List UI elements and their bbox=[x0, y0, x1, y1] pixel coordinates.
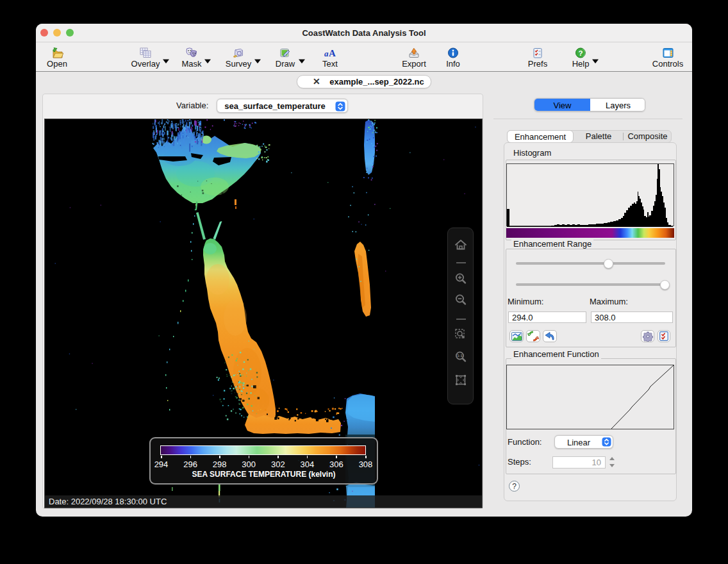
svg-text:?: ? bbox=[578, 49, 583, 57]
svg-text:1:1: 1:1 bbox=[457, 354, 463, 358]
svg-text:a: a bbox=[324, 49, 329, 58]
svg-text:A: A bbox=[329, 48, 336, 58]
